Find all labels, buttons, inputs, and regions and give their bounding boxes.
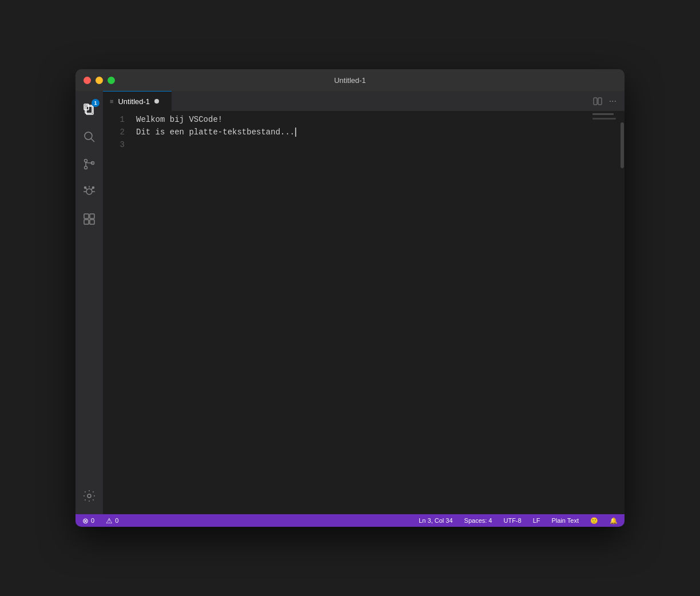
svg-rect-16 <box>84 214 89 218</box>
warning-count[interactable]: ⚠ 0 <box>104 514 121 527</box>
svg-point-3 <box>85 132 92 140</box>
tab-untitled-1[interactable]: ≡ Untitled-1 <box>103 91 172 111</box>
svg-point-5 <box>85 160 88 162</box>
indentation[interactable]: Spaces: 4 <box>462 514 495 527</box>
language-mode[interactable]: Plain Text <box>550 514 582 527</box>
explorer-badge: 1 <box>92 99 100 107</box>
svg-rect-17 <box>90 214 94 218</box>
line-number-1: 1 <box>103 113 125 126</box>
line-number-2: 2 <box>103 126 125 138</box>
svg-rect-19 <box>90 220 94 224</box>
split-editor-button[interactable] <box>591 94 604 108</box>
sidebar-item-source-control[interactable] <box>75 150 103 178</box>
svg-point-20 <box>88 494 91 498</box>
svg-point-15 <box>93 187 94 189</box>
tab-modified-indicator <box>154 99 159 104</box>
line-numbers: 1 2 3 <box>103 111 132 514</box>
maximize-button[interactable] <box>108 77 115 84</box>
sidebar-item-debug[interactable] <box>75 178 103 205</box>
svg-point-6 <box>85 166 88 169</box>
editor-area: ≡ Untitled-1 ··· <box>103 91 625 514</box>
svg-rect-22 <box>598 98 602 105</box>
sidebar-item-extensions[interactable] <box>75 205 103 233</box>
sidebar-item-explorer[interactable]: 1 <box>75 96 103 123</box>
smiley-button[interactable]: 🙂 <box>588 514 600 527</box>
tab-breadcrumb-icon: ≡ <box>110 98 113 105</box>
status-bar: ⊗ 0 ⚠ 0 Ln 3, Col 34 Spaces: 4 UTF-8 LF … <box>75 514 625 527</box>
encoding[interactable]: UTF-8 <box>501 514 523 527</box>
sidebar-item-settings[interactable] <box>75 482 103 510</box>
code-line-3: Dit is een platte-tekstbestand... <box>136 126 591 138</box>
svg-rect-21 <box>594 98 597 105</box>
svg-line-4 <box>92 139 95 142</box>
window-title: Untitled-1 <box>334 76 366 85</box>
traffic-lights <box>83 77 115 84</box>
close-button[interactable] <box>83 77 91 84</box>
line-number-3: 3 <box>103 138 125 151</box>
tab-bar: ≡ Untitled-1 ··· <box>103 91 625 111</box>
eol[interactable]: LF <box>531 514 543 527</box>
sidebar-item-search[interactable] <box>75 123 103 150</box>
text-cursor <box>295 128 296 137</box>
code-editor[interactable]: Welkom bij VSCode! Dit is een platte-tek… <box>132 111 591 514</box>
tab-title: Untitled-1 <box>118 97 150 106</box>
cursor-position[interactable]: Ln 3, Col 34 <box>416 514 455 527</box>
vscode-window: Untitled-1 1 <box>75 69 625 527</box>
main-area: 1 <box>75 91 625 514</box>
more-actions-button[interactable]: ··· <box>607 94 619 109</box>
code-line-1: Welkom bij VSCode! <box>136 113 591 126</box>
svg-point-14 <box>85 187 86 189</box>
editor-content[interactable]: 1 2 3 Welkom bij VSCode! Dit is een plat… <box>103 111 625 514</box>
scrollbar-thumb[interactable] <box>621 122 624 168</box>
error-count[interactable]: ⊗ 0 <box>80 514 97 527</box>
svg-point-8 <box>86 189 92 194</box>
minimap <box>591 111 620 514</box>
activity-bar: 1 <box>75 91 103 514</box>
tab-actions: ··· <box>591 91 625 111</box>
notifications-bell[interactable]: 🔔 <box>607 514 620 527</box>
error-icon: ⊗ <box>82 516 89 525</box>
title-bar: Untitled-1 <box>75 69 625 91</box>
scrollbar[interactable] <box>620 111 625 514</box>
svg-rect-18 <box>84 220 89 224</box>
warning-icon: ⚠ <box>106 516 113 525</box>
minimize-button[interactable] <box>96 77 103 84</box>
